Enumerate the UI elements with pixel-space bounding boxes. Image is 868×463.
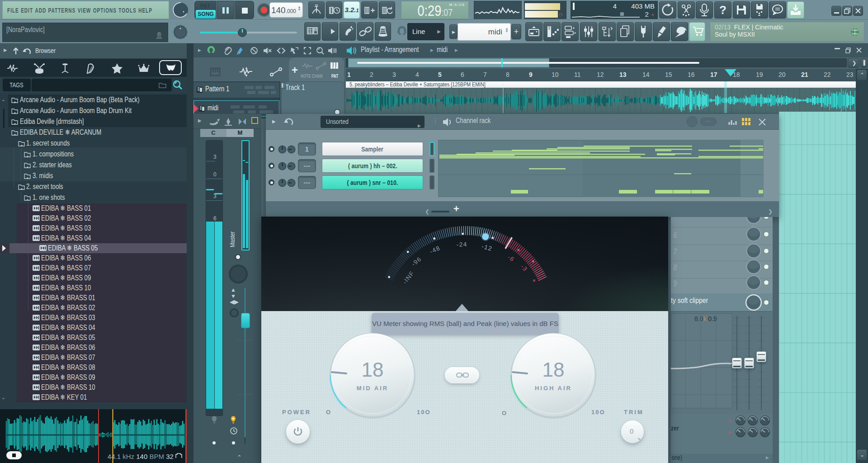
svg-text:-96: -96: [410, 255, 423, 268]
svg-text:+: +: [530, 277, 538, 284]
svg-text:-3: -3: [519, 263, 529, 273]
svg-text:-12: -12: [481, 243, 493, 252]
svg-text:-48: -48: [429, 245, 441, 255]
svg-text:-INF: -INF: [401, 269, 416, 285]
svg-text:-6: -6: [506, 254, 516, 263]
svg-text:-24: -24: [456, 241, 467, 248]
